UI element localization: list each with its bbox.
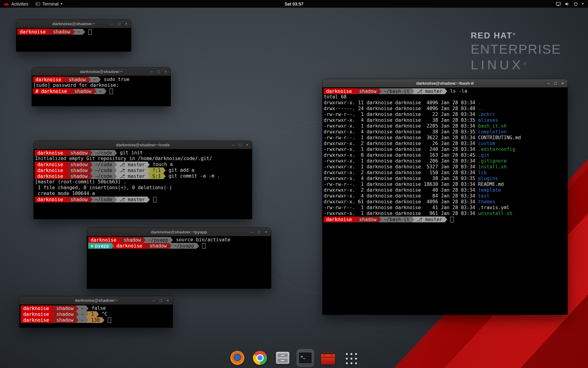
window-title: darknoise@shadow:~/pyapp [151,230,207,234]
terminal-text: drwxrwxr-x. 8 darknoise darknoise 163 Ja… [324,152,478,158]
file-name-executable: .gitignore [478,158,507,164]
window-title: darknoise@shadow:~ [80,69,123,74]
activities-button[interactable]: Activities [0,0,32,8]
prompt-exit-code-segment: 130 [89,317,102,323]
prompt-git-status-segment: S:1 [150,173,163,179]
prompt-user-segment: darknoise [35,167,66,173]
terminal-line: darknoiseshadow~ false [21,305,172,311]
prompt-path-segment: ~/code [92,150,115,156]
terminal-text: README.md [478,182,504,187]
window-titlebar[interactable]: darknoise@shadow:~/bash-it – □ × [322,79,567,87]
prompt-path-segment: ~ [91,77,98,82]
clock[interactable]: Sat 03:57 [285,2,303,6]
python-icon: ● [91,244,93,247]
window-titlebar[interactable]: darknoise@shadow:~ – □ × [16,20,131,28]
prompt-user-segment: darknoise [324,217,354,222]
app-menu-terminal[interactable]: Terminal ▾ [32,0,66,8]
prompt-host-segment: shadow [357,217,379,222]
terminal-line: # darknoiseshadow~ [33,88,169,94]
powerline-separator-icon [147,162,150,167]
window-titlebar[interactable]: darknoise@shadow:~/pyapp – □ × [87,228,271,236]
close-button[interactable]: × [263,230,269,234]
terminal-text: -rwxrwxr-x. 1 darknoise darknoise 961 Ja… [324,211,478,217]
terminal-content[interactable]: darknoiseshadow~/code git initInitialize… [34,149,252,219]
prompt-path-segment: ~/code [92,173,115,179]
terminal-text: -rw-rw-r--. 1 darknoise darknoise 22 Jan… [324,112,478,117]
window-titlebar[interactable]: darknoise@shadow:~ – □ × [32,67,171,76]
file-name-directory: lib [478,170,487,176]
terminal-line: darknoiseshadow~/code⎇ master?:1 git add… [35,167,251,173]
terminal-cursor [202,243,205,249]
terminal-content[interactable]: darknoiseshadow~ falsedarknoiseshadow~1 … [20,305,173,328]
file-name-directory: .ackrc [478,112,495,117]
terminal-content[interactable]: darknoiseshadow~/pyapp source bin/activa… [87,236,271,289]
window-titlebar[interactable]: darknoise@shadow:~/code – □ × [34,141,252,149]
terminal-text: .travis.yml [478,205,510,211]
terminal-content[interactable]: darknoiseshadow~/bash-it⎇ master ls -lat… [322,87,567,315]
maximize-button[interactable]: □ [156,69,161,74]
file-name-executable: bash_it.sh [478,123,507,129]
close-button[interactable]: × [165,298,171,303]
minimize-button[interactable]: – [230,143,236,147]
maximize-button[interactable]: □ [256,230,262,234]
prompt-host-segment: shadow [68,150,90,156]
maximize-button[interactable]: □ [116,21,122,26]
system-status-area[interactable]: ▾ [552,0,588,8]
powerline-separator-icon [104,88,107,94]
terminal-text [447,217,450,222]
prompt-host-segment: shadow [51,29,73,35]
terminal-window: darknoise@shadow:~ – □ × darknoiseshadow… [32,67,171,106]
firefox-icon[interactable] [228,349,246,367]
window-titlebar[interactable]: darknoise@shadow:~ – □ × [20,296,173,305]
minimize-button[interactable]: – [546,81,551,86]
terminal-line: darknoiseshadow~/code⎇ master [35,197,251,202]
terminal-line: darknoiseshadow~ [17,29,130,35]
terminal-line: drwxrwxr-x. 2 darknoise darknoise 40 Jan… [324,187,566,193]
prompt-git-status-segment: ?:1 [150,167,163,173]
watermark-enterprise-text: ENTERPRISE [471,42,561,57]
terminal-text: -rw-rw-r--. 1 darknoise darknoise 18630 … [324,182,478,187]
terminal-text: Initialized empty Git repository in /hom… [35,156,212,162]
close-button[interactable]: × [163,69,168,74]
window-title: darknoise@shadow:~/code [116,143,170,147]
terminal-content[interactable]: darknoiseshadow~ [16,28,131,52]
minimize-button[interactable]: – [151,298,156,303]
terminal-line: -rw-rw-r--. 1 darknoise darknoise 3622 J… [324,135,566,141]
close-button[interactable]: × [244,143,250,147]
maximize-button[interactable]: □ [237,143,243,147]
close-button[interactable]: × [123,21,129,26]
powerline-separator-icon [86,305,89,311]
terminal-text: source bin/activate [173,237,230,243]
powerline-separator-icon [98,77,101,82]
terminal-text: git init [117,150,143,156]
files-icon[interactable] [274,349,292,367]
terminal-text: git add a [166,167,194,173]
powerline-separator-icon [90,162,92,167]
chrome-icon[interactable] [251,349,269,367]
terminal-icon[interactable]: >_ [296,349,314,367]
close-button[interactable]: × [560,81,565,86]
powerline-separator-icon [147,167,150,173]
app-grid-icon[interactable] [342,349,360,367]
maximize-button[interactable]: □ [158,298,164,303]
terminal-text: drwxrwxr-x. 4 darknoise darknoise 84 Jan… [324,193,478,199]
maximize-button[interactable]: □ [553,81,558,86]
powerline-separator-icon [445,88,447,94]
terminal-line: ●pyappdarknoiseshadow~/pyapp [88,243,270,249]
terminal-window: darknoise@shadow:~/bash-it – □ × darknoi… [322,79,567,315]
minimize-button[interactable]: – [249,230,255,234]
desktop-screen: RED HAT® ENTERPRISE LINUX® Activities Te… [0,0,588,368]
minimize-button[interactable]: – [109,21,115,26]
powerline-separator-icon [66,162,68,167]
powerline-separator-icon [102,317,104,323]
file-name-directory: themes [478,199,495,205]
terminal-content[interactable]: darknoiseshadow~ sudo true[sudo] passwor… [32,76,171,106]
software-icon[interactable] [319,349,337,367]
powerline-separator-icon [111,243,114,249]
terminal-cursor [110,89,113,94]
terminal-line: Initialized empty Git repository in /hom… [35,156,251,162]
minimize-button[interactable]: – [149,69,154,74]
terminal-line: -rw-rw-r--. 1 darknoise darknoise 41 Jan… [324,205,566,211]
prompt-git-branch-segment: ⎇ master [414,88,445,94]
file-name-executable: install.sh [478,164,507,170]
